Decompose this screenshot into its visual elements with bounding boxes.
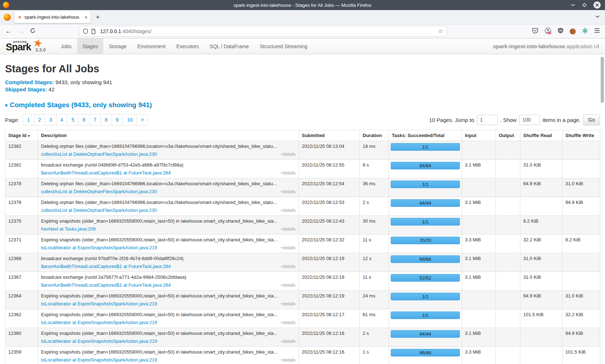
tasks-count: 1/1 [422, 219, 429, 224]
duration: 1 s [363, 349, 369, 355]
column-header-tasks-succeeded-total[interactable]: Tasks: Succeeded/Total [389, 130, 462, 141]
page-info-icon[interactable] [91, 29, 96, 34]
details-toggle[interactable]: +details [281, 245, 296, 250]
duration: 11 s [363, 237, 371, 242]
account-extension-icon[interactable] [544, 27, 551, 36]
submitted-time: 2022/11/25 08:12:32 [302, 237, 344, 242]
window-close-icon[interactable] [593, 1, 601, 9]
asterisk-extension-icon[interactable] [582, 28, 588, 35]
url-bar[interactable]: 127.0.0.1:4040/stages/ ☆ [79, 26, 447, 37]
details-toggle[interactable]: +details [281, 170, 296, 176]
table-row: 12381 broadcast exchange (runId 048fd06f… [5, 160, 600, 178]
items-per-page-input[interactable] [519, 115, 540, 125]
jump-to-page-input[interactable] [477, 115, 498, 125]
items-per-page-label: items in a page. [542, 117, 581, 123]
window-minimize-icon[interactable] [570, 3, 575, 8]
stage-detail-link[interactable]: toLocalIterator at ExpireSnapshotsSparkA… [41, 301, 157, 306]
stage-detail-link[interactable]: collectAsList at DeleteOrphanFilesSparkA… [41, 208, 157, 213]
tasks-count: 1/1 [422, 313, 429, 318]
browser-tab[interactable]: ★ spark-ingest-into-lakehous × [14, 11, 91, 23]
page-title: Stages for All Jobs [5, 63, 600, 75]
details-toggle[interactable]: +details [281, 339, 296, 344]
shuffle-read-size: 32.2 KiB [523, 237, 541, 242]
duration: 2 s [363, 331, 369, 336]
page-number-link[interactable]: 2 [34, 114, 45, 125]
input-size: 3.1 MiB [465, 331, 481, 336]
column-header-duration[interactable]: Duration [360, 130, 389, 141]
page-number-link[interactable]: 5 [67, 114, 79, 125]
column-header-output[interactable]: Output [496, 130, 520, 141]
details-toggle[interactable]: +details [281, 283, 296, 288]
stage-detail-link[interactable]: $anonfun$withThreadLocalCaptured$1 at Fu… [41, 264, 171, 269]
stage-detail-link[interactable]: collectAsList at DeleteOrphanFilesSparkA… [41, 151, 157, 157]
details-toggle[interactable]: +details [281, 320, 296, 325]
stage-detail-link[interactable]: toLocalIterator at ExpireSnapshotsSparkA… [41, 320, 157, 325]
cookie-icon[interactable] [570, 28, 576, 35]
table-row: 12371 Expiring snapshots (older_than=166… [5, 235, 600, 253]
submitted-time: 2022/11/25 08:12:19 [302, 274, 344, 280]
details-toggle[interactable]: +details [281, 264, 296, 269]
pages-summary: 10 Pages. Jump to [429, 117, 474, 123]
spark-wordmark: Spark [6, 42, 31, 53]
forward-button-icon[interactable]: → [18, 28, 24, 35]
page-number-link[interactable]: 10 [123, 114, 137, 125]
details-toggle[interactable]: +details [281, 152, 296, 157]
table-row: 12367 broadcast exchange (runId 2a75677f… [5, 272, 600, 291]
column-header-description[interactable]: Description [38, 130, 299, 141]
stage-detail-link[interactable]: $anonfun$withThreadLocalCaptured$1 at Fu… [41, 170, 171, 176]
stage-detail-link[interactable]: hasNext at Tasks.java:209 [41, 226, 96, 232]
stage-detail-link[interactable]: toLocalIterator at ExpireSnapshotsSparkA… [41, 338, 157, 344]
page-number-link[interactable]: 6 [79, 114, 90, 125]
page-scrollbar-thumb[interactable] [601, 57, 604, 103]
stage-detail-link[interactable]: $anonfun$withThreadLocalCaptured$1 at Fu… [41, 282, 171, 288]
page-number-link[interactable]: 8 [101, 114, 112, 125]
completed-stages-section-toggle[interactable]: ▾Completed Stages (9433, only showing 94… [5, 101, 600, 109]
nav-tab-storage: Storage [103, 38, 132, 54]
page-number-link[interactable]: > [137, 114, 148, 125]
tab-close-icon[interactable]: × [85, 14, 88, 20]
window-maximize-icon[interactable] [582, 3, 587, 8]
column-header-input[interactable]: Input [462, 130, 496, 141]
page-number-link[interactable]: 9 [112, 114, 123, 125]
url-path: :4040/stages/ [121, 28, 151, 34]
skipped-stages-value: 42 [47, 86, 55, 92]
tasks-count: 1/1 [422, 182, 429, 187]
stage-id: 12375 [8, 218, 21, 224]
pagination-row: Page: 12345678910> 10 Pages. Jump to . S… [5, 114, 600, 126]
nav-tab-jobs: Jobs [55, 38, 77, 54]
reload-icon[interactable] [30, 28, 36, 35]
stage-detail-link[interactable]: toLocalIterator at ExpireSnapshotsSparkA… [41, 245, 157, 250]
spark-navbar: ★ APACHE Spark 3.3.0 JobsStagesStorageEn… [0, 38, 605, 54]
duration: 24 ms [363, 293, 375, 299]
collapse-arrow-icon: ▾ [5, 103, 8, 108]
page-number-link[interactable]: 1 [23, 114, 34, 125]
details-toggle[interactable]: +details [281, 358, 296, 363]
section-title: Completed Stages (9433, only showing 941… [10, 101, 152, 109]
pocket-icon[interactable] [532, 28, 538, 35]
stage-detail-link[interactable]: toLocalIterator at ExpireSnapshotsSparkA… [41, 357, 157, 363]
column-header-shuffle-read[interactable]: Shuffle Read [520, 130, 563, 141]
go-button[interactable]: Go [583, 114, 600, 126]
details-toggle[interactable]: +details [281, 301, 296, 306]
new-tab-button[interactable]: + [96, 14, 100, 21]
column-header-submitted[interactable]: Submitted [299, 130, 360, 141]
shuffle-write-size: 31.0 KiB [565, 293, 583, 299]
shuffle-write-size: 101.5 KiB [565, 349, 586, 355]
page-number-link[interactable]: 7 [90, 114, 101, 125]
tabs-dropdown-icon[interactable] [595, 14, 600, 21]
details-toggle[interactable]: +details [281, 189, 296, 194]
menu-hamburger-icon[interactable] [594, 28, 600, 35]
shield-permissions-icon[interactable] [83, 28, 88, 34]
tasks-count: 44/44 [420, 331, 431, 337]
back-button-icon[interactable]: ← [5, 28, 12, 35]
column-header-shuffle-write[interactable]: Shuffle Write [563, 130, 600, 141]
page-number-link[interactable]: 3 [45, 114, 57, 125]
spark-logo[interactable]: ★ APACHE Spark 3.3.0 [5, 38, 45, 54]
details-toggle[interactable]: +details [281, 208, 296, 213]
stage-detail-link[interactable]: collectAsList at DeleteOrphanFilesSparkA… [41, 189, 157, 194]
page-number-link[interactable]: 4 [57, 114, 68, 125]
details-toggle[interactable]: +details [281, 227, 296, 232]
bookmark-star-icon[interactable]: ☆ [438, 28, 443, 35]
column-header-stage-id[interactable]: Stage Id▾ [5, 130, 38, 141]
ublock-shield-icon[interactable]: UO [557, 27, 564, 35]
